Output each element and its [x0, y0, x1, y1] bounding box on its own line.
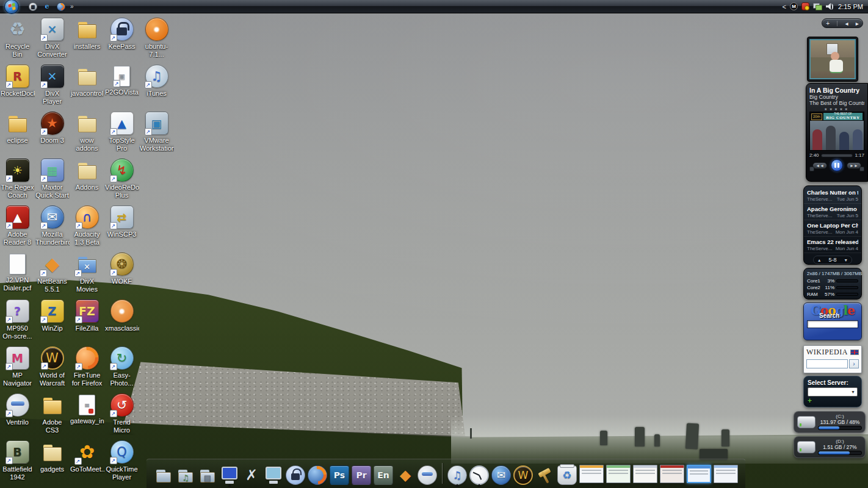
gadget-next-button[interactable]: ▸	[856, 20, 859, 27]
j2-vpn-dialer-file[interactable]: J2 VPN Dialer.pcf	[0, 249, 35, 296]
window-thumbnail[interactable]	[714, 465, 738, 483]
music-folder-icon[interactable]: ♫	[175, 465, 197, 485]
feed-item[interactable]: Apache Geronimo ...TheServe...Tue Jun 5	[804, 204, 861, 220]
clock-icon[interactable]	[468, 465, 490, 485]
start-button[interactable]	[4, 0, 19, 14]
tray-collapse-chevron[interactable]: <	[783, 3, 786, 10]
addons-folder[interactable]: Addons	[70, 156, 104, 203]
divx-player[interactable]: ✕↗DivX Player	[35, 62, 70, 109]
window-thumbnail[interactable]	[660, 465, 684, 483]
admin-tools-icon[interactable]: ✗	[241, 465, 262, 485]
gotomeeting[interactable]: ✿↗GoToMeet...	[70, 437, 104, 484]
quicklaunch-overflow-chevron[interactable]: »	[70, 3, 73, 10]
wow-addons-folder[interactable]: wow addons	[70, 109, 104, 156]
window-thumbnail[interactable]	[579, 465, 604, 483]
firefox-icon[interactable]	[306, 465, 328, 485]
doom-3[interactable]: ★↗Doom 3	[35, 109, 70, 156]
pause-button[interactable]	[831, 159, 843, 171]
gadgets-folder[interactable]: gadgets	[35, 437, 70, 484]
encore-icon[interactable]: En	[372, 465, 394, 485]
security-alert-tray-icon[interactable]	[801, 2, 809, 10]
add-server-button[interactable]: +	[808, 397, 858, 404]
itunes[interactable]: ♫↗iTunes	[139, 62, 174, 109]
photo-slideshow-gadget[interactable]	[807, 37, 858, 82]
media-rating[interactable]: ★★★★★	[809, 107, 864, 111]
javacontrol-folder[interactable]: javacontrol	[70, 62, 104, 109]
ubuntu-disc[interactable]: ubuntu-7.1...	[139, 15, 174, 62]
trend-micro-internet-security[interactable]: ↺↗Trend Micro Internet Se...	[104, 390, 139, 437]
taskbar-clock[interactable]: 2:15 PM	[838, 3, 863, 10]
feed-page-down-icon[interactable]: ▼	[844, 258, 848, 262]
installers-folder[interactable]: installers	[70, 15, 104, 62]
feed-item[interactable]: Charles Nutter on t...TheServe...Tue Jun…	[804, 187, 861, 204]
divx-converter[interactable]: ✕↗DivX Converter	[35, 15, 70, 62]
drive-meter-gadget[interactable]: (D:)1.51 GB / 27%	[794, 436, 866, 458]
add-gadget-button[interactable]: +	[826, 20, 830, 27]
winscp3[interactable]: ⇄↗WinSCP3	[104, 203, 139, 249]
feed-item[interactable]: One Laptop Per Chi...TheServe...Mon Jun …	[804, 220, 861, 237]
videoredo-plus[interactable]: ↯↗VideoReDo Plus	[104, 156, 139, 203]
vmware-workstation[interactable]: ▣↗VMware Workstation	[139, 109, 174, 156]
google-search-input[interactable]	[807, 320, 858, 328]
easy-photo[interactable]: ↻↗Easy-Photo...	[104, 343, 139, 390]
maxtor-quick-start[interactable]: ▦↗Maxtor Quick Start	[35, 156, 70, 203]
winzip[interactable]: Z↗WinZip	[35, 296, 70, 343]
media-folder-icon[interactable]: ▤	[197, 465, 219, 485]
keepass-lock-icon[interactable]	[284, 465, 306, 485]
xmasclassic-disc[interactable]: xmasclassic...	[104, 296, 139, 343]
world-of-warcraft[interactable]: W↗World of Warcraft	[35, 343, 70, 390]
quicktime-player[interactable]: Q↗QuickTime Player	[104, 437, 139, 484]
ventrilo-icon[interactable]	[416, 465, 438, 485]
adobe-reader-8[interactable]: ▲↗Adobe Reader 8	[0, 203, 35, 249]
mozilla-thunderbird[interactable]: ✉↗Mozilla Thunderbird	[35, 203, 70, 249]
eclipse-folder[interactable]: eclipse	[0, 109, 35, 156]
p2go-vista-file[interactable]: ▣↗P2GOVista...	[104, 62, 139, 109]
window-thumbnail[interactable]	[606, 465, 631, 483]
vmware-computer-icon[interactable]	[262, 465, 284, 485]
wokf[interactable]: ❂↗WOKF	[104, 249, 139, 296]
divx-movies-folder[interactable]: ✕↗DivX Movies	[70, 249, 104, 296]
firefox-icon[interactable]	[57, 2, 65, 11]
server-dropdown[interactable]: ▼	[808, 387, 858, 396]
thunderbird-icon[interactable]: ✉	[490, 465, 512, 485]
gateway-file[interactable]: ≡gateway_in...	[70, 390, 104, 437]
m-tray-icon[interactable]: M	[790, 2, 798, 10]
gadget-prev-button[interactable]: ◂	[845, 20, 848, 27]
keepass[interactable]: ↗KeePass	[104, 15, 139, 62]
lock-icon[interactable]: ▪	[29, 2, 37, 11]
adobe-cs3-folder[interactable]: Adobe CS3	[35, 390, 70, 437]
mp-navigator-20[interactable]: M↗MP Navigator 2.0	[0, 343, 35, 390]
topstyle-pro[interactable]: ▲↗TopStyle Pro	[104, 109, 139, 156]
the-regex-coach[interactable]: ☀↗The Regex Coach	[0, 156, 35, 203]
battlefield-1942[interactable]: B↗Battlefield 1942	[0, 437, 35, 484]
previous-track-button[interactable]: ◄◄	[812, 162, 827, 169]
network-tray-icon[interactable]	[813, 3, 822, 10]
mp950-onscreen[interactable]: ?↗MP950 On-scre...	[0, 296, 35, 343]
uk-flag-icon[interactable]	[850, 350, 859, 355]
itunes-icon[interactable]: ♫	[446, 465, 468, 485]
documents-folder-icon[interactable]	[153, 465, 175, 485]
ventrilo[interactable]: ↗Ventrilo	[0, 390, 35, 437]
wikipedia-go-button[interactable]: ›	[849, 359, 859, 368]
firetune-for-firefox[interactable]: ↗FireTune for Firefox	[70, 343, 104, 390]
wow-tool-icon[interactable]	[534, 465, 556, 485]
recycle-bin[interactable]: ♻Recycle Bin	[0, 15, 35, 62]
volume-tray-icon[interactable]	[826, 3, 833, 10]
recycle-bin-dock-icon[interactable]: ♻	[556, 465, 578, 485]
internet-explorer-icon[interactable]: e	[43, 2, 51, 11]
window-thumbnail[interactable]	[687, 465, 711, 483]
seek-bar[interactable]	[821, 154, 853, 157]
world-of-warcraft-icon[interactable]: W	[512, 465, 534, 485]
window-thumbnail[interactable]	[633, 465, 657, 483]
premiere-icon[interactable]: Pr	[350, 465, 372, 485]
audacity-13-beta[interactable]: ∩↗Audacity 1.3 Beta (Unic...	[70, 203, 104, 249]
media-volume-icon[interactable]	[859, 167, 864, 171]
netbeans-551[interactable]: ◆↗NetBeans 5.5.1	[35, 249, 70, 296]
wikipedia-search-input[interactable]	[806, 359, 848, 368]
remote-desktop-icon[interactable]	[219, 465, 241, 485]
rocketdock[interactable]: R↗RocketDock	[0, 62, 35, 109]
filezilla[interactable]: FZ↗FileZilla	[70, 296, 104, 343]
photoshop-icon[interactable]: Ps	[328, 465, 350, 485]
drive-meter-gadget[interactable]: (C:)131.97 GB / 48%	[794, 411, 866, 433]
feed-item[interactable]: Emacs 22 released ...TheServe...Mon Jun …	[804, 237, 861, 253]
